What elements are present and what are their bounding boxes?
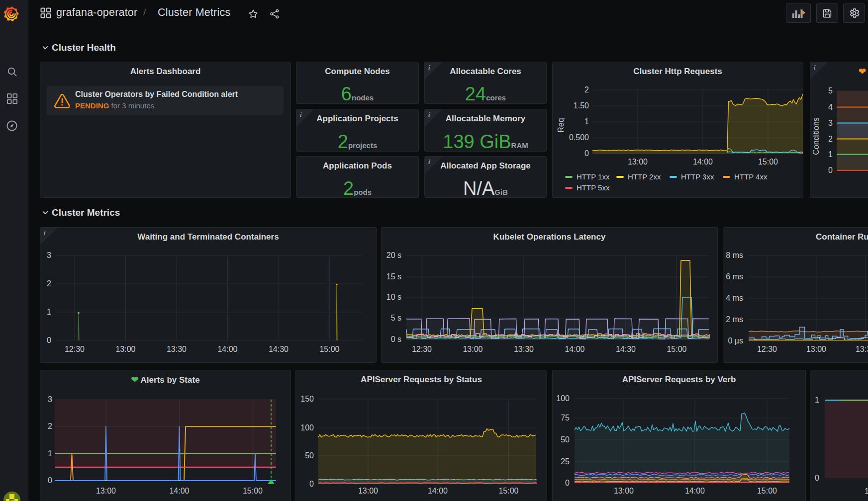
- svg-text:13:00: 13:00: [96, 487, 116, 495]
- svg-text:13:00: 13:00: [806, 345, 826, 353]
- svg-text:15:00: 15:00: [865, 487, 868, 496]
- svg-text:12:30: 12:30: [412, 345, 432, 353]
- svg-text:13:30: 13:30: [514, 345, 534, 353]
- svg-text:1.50: 1.50: [574, 101, 589, 110]
- svg-text:HTTP 5xx: HTTP 5xx: [577, 183, 610, 192]
- svg-text:1: 1: [584, 117, 589, 126]
- svg-text:50: 50: [561, 435, 570, 444]
- svg-text:0: 0: [828, 166, 833, 174]
- svg-text:20 s: 20 s: [386, 251, 401, 259]
- svg-text:0: 0: [584, 149, 589, 158]
- svg-text:2 ms: 2 ms: [726, 315, 743, 324]
- svg-text:10 s: 10 s: [386, 293, 401, 301]
- svg-text:15:00: 15:00: [243, 487, 263, 495]
- svg-text:6 ms: 6 ms: [726, 272, 743, 281]
- svg-text:0 s: 0 s: [391, 335, 401, 343]
- svg-text:0 µs: 0 µs: [728, 336, 743, 345]
- svg-text:13:00: 13:00: [614, 487, 634, 495]
- svg-text:13:00: 13:00: [463, 345, 482, 353]
- svg-text:3: 3: [47, 251, 51, 259]
- svg-text:14:30: 14:30: [616, 345, 636, 353]
- svg-text:13:00: 13:00: [628, 158, 648, 166]
- svg-text:0: 0: [47, 336, 51, 344]
- svg-text:14:00: 14:00: [428, 487, 448, 495]
- svg-text:5: 5: [828, 86, 833, 95]
- svg-text:13:00: 13:00: [115, 345, 135, 353]
- svg-text:13:00: 13:00: [358, 487, 378, 495]
- svg-text:50: 50: [305, 451, 314, 460]
- svg-text:0.500: 0.500: [569, 133, 589, 142]
- svg-text:14:00: 14:00: [565, 345, 584, 353]
- svg-text:13:30: 13:30: [167, 345, 187, 353]
- svg-text:0: 0: [565, 479, 570, 487]
- svg-text:1: 1: [815, 396, 819, 404]
- svg-text:12:30: 12:30: [757, 345, 777, 353]
- svg-text:15 s: 15 s: [386, 272, 401, 281]
- svg-text:15:00: 15:00: [498, 487, 518, 495]
- svg-text:14:00: 14:00: [685, 487, 705, 495]
- svg-text:12:30: 12:30: [65, 345, 85, 353]
- svg-text:0: 0: [815, 474, 819, 482]
- svg-text:Req: Req: [557, 118, 565, 132]
- svg-text:8 ms: 8 ms: [726, 251, 743, 259]
- svg-text:HTTP 1xx: HTTP 1xx: [577, 172, 610, 181]
- svg-text:100: 100: [300, 423, 314, 432]
- svg-text:14:00: 14:00: [693, 158, 713, 166]
- svg-text:14:30: 14:30: [269, 345, 289, 353]
- svg-text:3: 3: [828, 119, 833, 127]
- svg-text:2: 2: [828, 135, 833, 143]
- svg-text:HTTP 2xx: HTTP 2xx: [628, 172, 661, 181]
- svg-text:HTTP 3xx: HTTP 3xx: [681, 172, 714, 181]
- svg-text:1: 1: [828, 150, 833, 159]
- svg-text:1: 1: [48, 449, 52, 458]
- svg-text:25: 25: [561, 457, 570, 466]
- svg-text:0: 0: [309, 480, 314, 488]
- svg-text:Conditions: Conditions: [812, 117, 820, 155]
- svg-text:4: 4: [828, 103, 833, 111]
- svg-text:5 s: 5 s: [391, 314, 401, 322]
- svg-text:13:30: 13:30: [856, 345, 868, 353]
- svg-text:2: 2: [48, 422, 52, 430]
- svg-text:1: 1: [47, 308, 51, 316]
- svg-text:150: 150: [300, 395, 314, 403]
- svg-text:2: 2: [47, 279, 51, 288]
- svg-text:15:00: 15:00: [667, 345, 686, 353]
- svg-text:15:00: 15:00: [757, 487, 777, 495]
- svg-text:3: 3: [48, 395, 52, 404]
- svg-text:2: 2: [584, 85, 589, 94]
- svg-text:4 ms: 4 ms: [726, 294, 743, 302]
- svg-text:15:00: 15:00: [319, 345, 339, 353]
- svg-text:14:00: 14:00: [169, 487, 189, 495]
- svg-text:100: 100: [556, 394, 570, 403]
- svg-text:14:00: 14:00: [217, 345, 237, 353]
- svg-text:HTTP 4xx: HTTP 4xx: [734, 172, 768, 181]
- svg-text:15:00: 15:00: [758, 158, 778, 166]
- svg-text:75: 75: [561, 414, 570, 422]
- svg-text:0: 0: [48, 476, 52, 485]
